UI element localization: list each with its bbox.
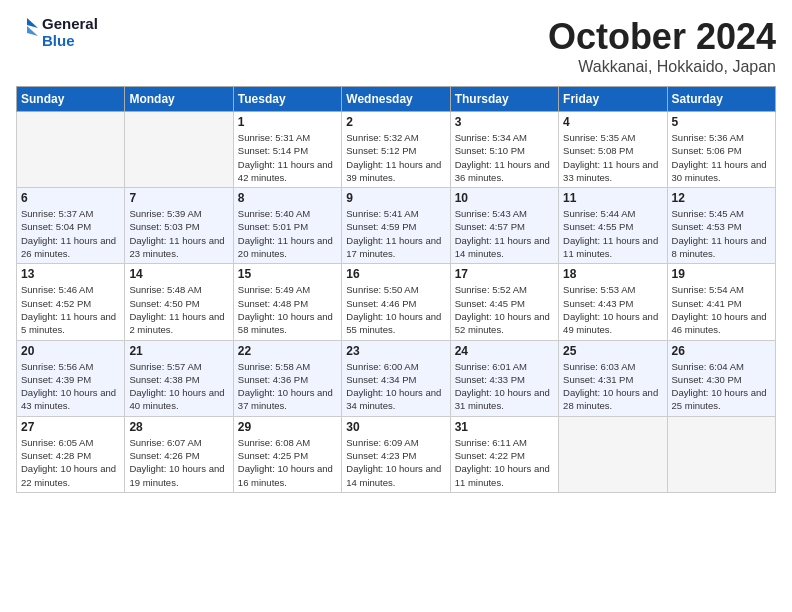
calendar-cell: 18Sunrise: 5:53 AMSunset: 4:43 PMDayligh…: [559, 264, 667, 340]
day-number: 29: [238, 420, 337, 434]
day-info: Sunrise: 5:41 AMSunset: 4:59 PMDaylight:…: [346, 207, 445, 260]
calendar-table: SundayMondayTuesdayWednesdayThursdayFrid…: [16, 86, 776, 493]
logo-blue: Blue: [42, 33, 98, 50]
logo-general: General: [42, 16, 98, 33]
calendar-cell: 22Sunrise: 5:58 AMSunset: 4:36 PMDayligh…: [233, 340, 341, 416]
calendar-week-row: 6Sunrise: 5:37 AMSunset: 5:04 PMDaylight…: [17, 188, 776, 264]
day-info: Sunrise: 5:57 AMSunset: 4:38 PMDaylight:…: [129, 360, 228, 413]
weekday-header-friday: Friday: [559, 87, 667, 112]
day-info: Sunrise: 6:11 AMSunset: 4:22 PMDaylight:…: [455, 436, 554, 489]
calendar-cell: 29Sunrise: 6:08 AMSunset: 4:25 PMDayligh…: [233, 416, 341, 492]
day-info: Sunrise: 5:54 AMSunset: 4:41 PMDaylight:…: [672, 283, 771, 336]
weekday-header-wednesday: Wednesday: [342, 87, 450, 112]
calendar-cell: 19Sunrise: 5:54 AMSunset: 4:41 PMDayligh…: [667, 264, 775, 340]
day-info: Sunrise: 5:39 AMSunset: 5:03 PMDaylight:…: [129, 207, 228, 260]
calendar-cell: 23Sunrise: 6:00 AMSunset: 4:34 PMDayligh…: [342, 340, 450, 416]
day-info: Sunrise: 5:48 AMSunset: 4:50 PMDaylight:…: [129, 283, 228, 336]
calendar-week-row: 27Sunrise: 6:05 AMSunset: 4:28 PMDayligh…: [17, 416, 776, 492]
weekday-header-sunday: Sunday: [17, 87, 125, 112]
calendar-cell: 25Sunrise: 6:03 AMSunset: 4:31 PMDayligh…: [559, 340, 667, 416]
day-number: 28: [129, 420, 228, 434]
day-info: Sunrise: 6:09 AMSunset: 4:23 PMDaylight:…: [346, 436, 445, 489]
day-number: 22: [238, 344, 337, 358]
day-number: 3: [455, 115, 554, 129]
day-number: 25: [563, 344, 662, 358]
day-info: Sunrise: 5:49 AMSunset: 4:48 PMDaylight:…: [238, 283, 337, 336]
weekday-header-saturday: Saturday: [667, 87, 775, 112]
calendar-cell: 15Sunrise: 5:49 AMSunset: 4:48 PMDayligh…: [233, 264, 341, 340]
calendar-cell: 4Sunrise: 5:35 AMSunset: 5:08 PMDaylight…: [559, 112, 667, 188]
day-number: 1: [238, 115, 337, 129]
calendar-cell: 9Sunrise: 5:41 AMSunset: 4:59 PMDaylight…: [342, 188, 450, 264]
calendar-cell: [667, 416, 775, 492]
weekday-header-row: SundayMondayTuesdayWednesdayThursdayFrid…: [17, 87, 776, 112]
calendar-cell: 3Sunrise: 5:34 AMSunset: 5:10 PMDaylight…: [450, 112, 558, 188]
calendar-cell: 12Sunrise: 5:45 AMSunset: 4:53 PMDayligh…: [667, 188, 775, 264]
day-info: Sunrise: 5:40 AMSunset: 5:01 PMDaylight:…: [238, 207, 337, 260]
svg-marker-0: [27, 18, 38, 28]
title-block: October 2024 Wakkanai, Hokkaido, Japan: [548, 16, 776, 76]
calendar-cell: 24Sunrise: 6:01 AMSunset: 4:33 PMDayligh…: [450, 340, 558, 416]
calendar-week-row: 13Sunrise: 5:46 AMSunset: 4:52 PMDayligh…: [17, 264, 776, 340]
weekday-header-thursday: Thursday: [450, 87, 558, 112]
day-info: Sunrise: 6:01 AMSunset: 4:33 PMDaylight:…: [455, 360, 554, 413]
day-number: 16: [346, 267, 445, 281]
day-info: Sunrise: 5:32 AMSunset: 5:12 PMDaylight:…: [346, 131, 445, 184]
day-info: Sunrise: 5:35 AMSunset: 5:08 PMDaylight:…: [563, 131, 662, 184]
calendar-week-row: 20Sunrise: 5:56 AMSunset: 4:39 PMDayligh…: [17, 340, 776, 416]
day-number: 4: [563, 115, 662, 129]
day-number: 23: [346, 344, 445, 358]
day-number: 26: [672, 344, 771, 358]
calendar-cell: 27Sunrise: 6:05 AMSunset: 4:28 PMDayligh…: [17, 416, 125, 492]
day-number: 30: [346, 420, 445, 434]
calendar-cell: 8Sunrise: 5:40 AMSunset: 5:01 PMDaylight…: [233, 188, 341, 264]
calendar-cell: 31Sunrise: 6:11 AMSunset: 4:22 PMDayligh…: [450, 416, 558, 492]
day-number: 18: [563, 267, 662, 281]
location-title: Wakkanai, Hokkaido, Japan: [548, 58, 776, 76]
day-number: 2: [346, 115, 445, 129]
calendar-cell: 30Sunrise: 6:09 AMSunset: 4:23 PMDayligh…: [342, 416, 450, 492]
day-info: Sunrise: 6:07 AMSunset: 4:26 PMDaylight:…: [129, 436, 228, 489]
day-number: 5: [672, 115, 771, 129]
day-info: Sunrise: 6:04 AMSunset: 4:30 PMDaylight:…: [672, 360, 771, 413]
calendar-cell: 6Sunrise: 5:37 AMSunset: 5:04 PMDaylight…: [17, 188, 125, 264]
day-info: Sunrise: 5:46 AMSunset: 4:52 PMDaylight:…: [21, 283, 120, 336]
day-number: 24: [455, 344, 554, 358]
weekday-header-tuesday: Tuesday: [233, 87, 341, 112]
day-info: Sunrise: 6:00 AMSunset: 4:34 PMDaylight:…: [346, 360, 445, 413]
logo-container: General Blue: [16, 16, 98, 49]
calendar-cell: 20Sunrise: 5:56 AMSunset: 4:39 PMDayligh…: [17, 340, 125, 416]
day-info: Sunrise: 5:44 AMSunset: 4:55 PMDaylight:…: [563, 207, 662, 260]
day-number: 15: [238, 267, 337, 281]
calendar-cell: 13Sunrise: 5:46 AMSunset: 4:52 PMDayligh…: [17, 264, 125, 340]
calendar-cell: 26Sunrise: 6:04 AMSunset: 4:30 PMDayligh…: [667, 340, 775, 416]
day-info: Sunrise: 5:50 AMSunset: 4:46 PMDaylight:…: [346, 283, 445, 336]
logo: General Blue: [16, 16, 98, 49]
day-info: Sunrise: 6:05 AMSunset: 4:28 PMDaylight:…: [21, 436, 120, 489]
day-number: 8: [238, 191, 337, 205]
calendar-cell: [125, 112, 233, 188]
day-info: Sunrise: 5:43 AMSunset: 4:57 PMDaylight:…: [455, 207, 554, 260]
calendar-cell: 7Sunrise: 5:39 AMSunset: 5:03 PMDaylight…: [125, 188, 233, 264]
calendar-cell: 28Sunrise: 6:07 AMSunset: 4:26 PMDayligh…: [125, 416, 233, 492]
logo-bird-icon: [16, 18, 38, 48]
day-info: Sunrise: 5:45 AMSunset: 4:53 PMDaylight:…: [672, 207, 771, 260]
calendar-cell: 1Sunrise: 5:31 AMSunset: 5:14 PMDaylight…: [233, 112, 341, 188]
day-number: 6: [21, 191, 120, 205]
day-number: 19: [672, 267, 771, 281]
page-header: General Blue October 2024 Wakkanai, Hokk…: [16, 16, 776, 76]
day-info: Sunrise: 5:56 AMSunset: 4:39 PMDaylight:…: [21, 360, 120, 413]
day-number: 31: [455, 420, 554, 434]
day-number: 12: [672, 191, 771, 205]
calendar-cell: 21Sunrise: 5:57 AMSunset: 4:38 PMDayligh…: [125, 340, 233, 416]
calendar-week-row: 1Sunrise: 5:31 AMSunset: 5:14 PMDaylight…: [17, 112, 776, 188]
day-info: Sunrise: 6:03 AMSunset: 4:31 PMDaylight:…: [563, 360, 662, 413]
day-info: Sunrise: 5:31 AMSunset: 5:14 PMDaylight:…: [238, 131, 337, 184]
calendar-cell: [559, 416, 667, 492]
day-info: Sunrise: 5:52 AMSunset: 4:45 PMDaylight:…: [455, 283, 554, 336]
day-number: 13: [21, 267, 120, 281]
month-title: October 2024: [548, 16, 776, 58]
calendar-cell: [17, 112, 125, 188]
calendar-cell: 17Sunrise: 5:52 AMSunset: 4:45 PMDayligh…: [450, 264, 558, 340]
day-number: 10: [455, 191, 554, 205]
